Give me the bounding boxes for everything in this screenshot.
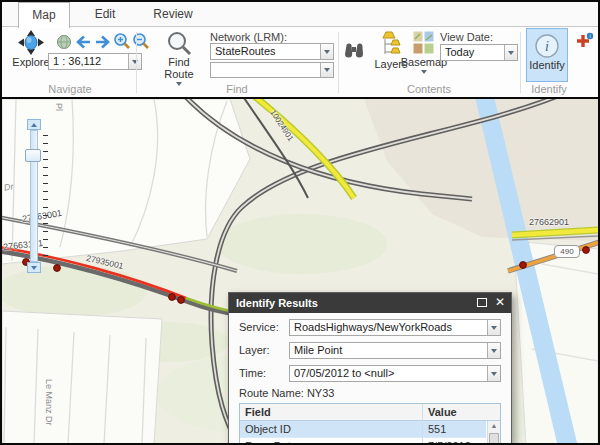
tab-review[interactable]: Review (145, 2, 201, 27)
dialog-titlebar[interactable]: Identify Results ✕ (229, 293, 511, 313)
explore-icon (18, 30, 44, 56)
zoom-slider-down-button[interactable] (27, 262, 41, 273)
layer-label: Layer: (239, 344, 270, 356)
street-label-le-manz-dr: Le Manz Dr (44, 379, 54, 431)
map-scale-combobox[interactable]: 1 : 36,112 (48, 53, 142, 70)
application-window: Map Edit Review Explore (0, 0, 600, 445)
back-arrow-icon[interactable] (75, 34, 92, 50)
network-lrm-dropdown[interactable] (320, 44, 333, 59)
view-date-dropdown[interactable] (504, 45, 517, 60)
chevron-down-icon (132, 60, 138, 64)
identify-label: Identify (529, 59, 564, 71)
basemap-icon (412, 30, 436, 56)
service-combobox[interactable]: RoadsHighways/NewYorkRoads (289, 319, 501, 336)
close-icon[interactable]: ✕ (495, 293, 505, 312)
street-label-pl: Pl (54, 103, 64, 111)
chevron-down-icon (491, 372, 497, 376)
zoom-out-icon[interactable] (132, 32, 150, 50)
dialog-title: Identify Results (236, 293, 318, 313)
scroll-up-icon[interactable]: ▲ (488, 422, 500, 429)
identify-results-dialog: Identify Results ✕ Service: RoadsHighway… (228, 292, 512, 443)
layers-icon (379, 30, 403, 58)
route-name-value: NY33 (307, 387, 335, 399)
zoom-in-icon[interactable] (113, 32, 131, 50)
value-column-header: Value (428, 404, 457, 420)
time-label: Time: (239, 367, 266, 379)
chevron-down-icon (421, 70, 427, 74)
time-combobox[interactable]: 07/05/2012 to <null> (289, 365, 501, 382)
service-label: Service: (239, 321, 279, 333)
chevron-down-icon (508, 51, 514, 55)
service-value: RoadsHighways/NewYorkRoads (294, 320, 485, 335)
map-scale-value: 1 : 36,112 (53, 54, 126, 69)
field-column-header: Field (245, 404, 271, 420)
chevron-down-icon (491, 349, 497, 353)
value-cell: 7/5/2012 (428, 438, 471, 443)
chevron-down-icon (491, 326, 497, 330)
find-route-label-2: Route (164, 68, 193, 80)
value-cell: 551 (428, 421, 446, 437)
forward-arrow-icon[interactable] (94, 34, 111, 50)
tab-map[interactable]: Map (18, 2, 70, 28)
field-cell: From Date (245, 438, 297, 443)
globe-icon[interactable] (56, 34, 72, 50)
time-dropdown[interactable] (487, 366, 500, 381)
chevron-down-icon (324, 50, 330, 54)
highway-shield-490: 490 (554, 245, 580, 258)
service-dropdown[interactable] (487, 320, 500, 335)
street-label-dr: Dr (3, 181, 14, 192)
table-scrollbar[interactable]: ▲ ▼ (487, 421, 500, 443)
maximize-icon[interactable] (477, 298, 487, 307)
explore-label: Explore (12, 56, 49, 68)
tab-strip: Map Edit Review (2, 2, 598, 27)
group-label-navigate: Navigate (4, 83, 136, 96)
scrollbar-thumb[interactable] (489, 433, 499, 443)
identify-button[interactable]: i Identify (526, 28, 568, 82)
ribbon: Map Edit Review Explore (2, 2, 598, 97)
triangle-down-icon (31, 266, 37, 270)
tab-edit[interactable]: Edit (80, 2, 130, 27)
table-row[interactable]: From Date 7/5/2012 (240, 438, 486, 443)
route-value-dropdown[interactable] (320, 63, 333, 77)
time-value: 07/05/2012 to <null> (294, 366, 485, 381)
group-label-find: Find (136, 83, 338, 96)
zoom-slider-ticks (43, 135, 48, 257)
network-lrm-label: Network (LRM): (210, 31, 287, 43)
view-date-value: Today (445, 45, 502, 60)
attribute-table: Field Value Object ID 551 From Date 7/5/… (239, 403, 501, 443)
route-label-27662901: 27662901 (529, 217, 569, 227)
svg-text:i: i (589, 33, 590, 39)
table-row[interactable]: Object ID 551 (240, 421, 486, 438)
group-label-identify: Identify (514, 83, 584, 96)
zoom-slider-up-button[interactable] (27, 119, 41, 130)
identify-icon: i (534, 33, 560, 59)
binoculars-icon[interactable] (343, 41, 365, 60)
svg-text:i: i (545, 39, 549, 54)
zoom-slider-handle[interactable] (25, 149, 41, 162)
map-scale-dropdown[interactable] (128, 54, 141, 69)
identify-route-tool-icon[interactable]: i (574, 32, 594, 51)
table-header: Field Value (240, 404, 500, 421)
chevron-down-icon (324, 68, 330, 72)
network-lrm-combobox[interactable]: StateRoutes (210, 43, 334, 60)
find-route-magnifier-icon (166, 30, 192, 56)
view-date-label: View Date: (440, 31, 493, 43)
column-divider (422, 404, 423, 443)
triangle-up-icon (31, 123, 37, 127)
route-name-label: Route Name: (239, 387, 304, 399)
layer-dropdown[interactable] (487, 343, 500, 358)
layer-combobox[interactable]: Mile Point (289, 342, 501, 359)
network-lrm-value: StateRoutes (215, 44, 318, 59)
group-label-contents: Contents (338, 83, 520, 96)
view-date-combobox[interactable]: Today (440, 44, 518, 61)
find-route-button[interactable]: Find Route (156, 30, 202, 86)
route-name-text: Route Name: NY33 (239, 387, 334, 399)
layer-value: Mile Point (294, 343, 485, 358)
route-value-combobox[interactable] (210, 62, 334, 78)
find-route-label-1: Find (168, 56, 189, 68)
map-view[interactable]: 27663001 27663101 27935001 27662901 1002… (2, 97, 598, 443)
field-cell: Object ID (245, 421, 291, 437)
